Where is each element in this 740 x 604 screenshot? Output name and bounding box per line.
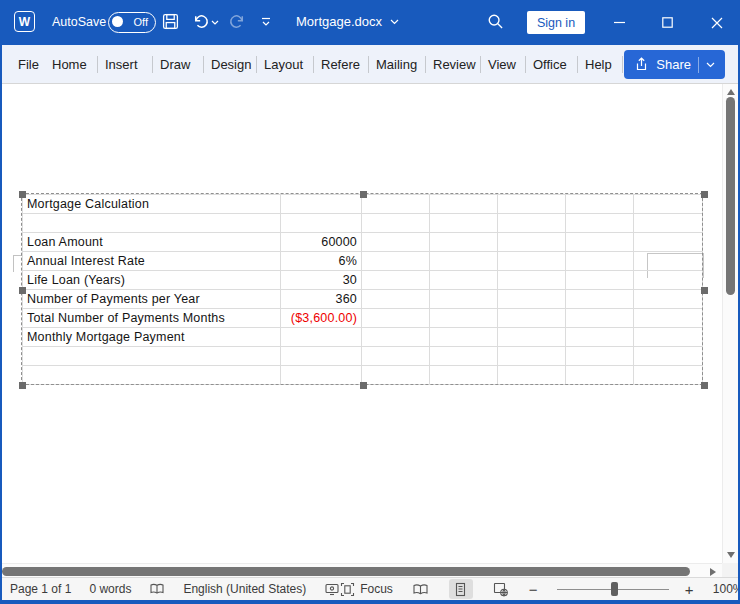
table-cell[interactable]: 360 (281, 290, 362, 309)
ribbon-tab-review[interactable]: Review (429, 57, 477, 72)
ribbon-tab-mailing[interactable]: Mailing (372, 57, 422, 72)
undo-icon[interactable] (192, 13, 209, 30)
ribbon-tab-design[interactable]: Design (207, 57, 253, 72)
table-cell[interactable] (362, 252, 430, 271)
table-cell[interactable]: Number of Payments per Year (23, 290, 281, 309)
ribbon-tab-refere[interactable]: Refere (317, 57, 365, 72)
table-cell[interactable] (498, 290, 566, 309)
table-cell[interactable] (498, 366, 566, 385)
table-cell[interactable] (430, 309, 498, 328)
table-cell[interactable] (634, 328, 703, 347)
scroll-down-icon[interactable] (727, 552, 735, 558)
zoom-in-button[interactable]: + (685, 581, 697, 598)
table-cell[interactable] (362, 195, 430, 214)
table-cell[interactable] (498, 195, 566, 214)
table-cell[interactable] (430, 328, 498, 347)
table-cell[interactable] (281, 347, 362, 366)
zoom-slider[interactable] (557, 582, 669, 596)
table-cell[interactable] (498, 309, 566, 328)
table-cell[interactable] (430, 347, 498, 366)
minimize-button[interactable] (602, 0, 636, 45)
vertical-scrollbar[interactable] (722, 84, 738, 563)
table-cell[interactable] (634, 366, 703, 385)
table-cell[interactable]: 6% (281, 252, 362, 271)
table-cell[interactable] (23, 347, 281, 366)
redo-icon[interactable] (229, 13, 246, 30)
table-cell[interactable] (498, 233, 566, 252)
scroll-up-icon[interactable] (727, 89, 735, 95)
table-cell[interactable]: Loan Amount (23, 233, 281, 252)
table-cell[interactable]: Annual Interest Rate (23, 252, 281, 271)
ribbon-tab-file[interactable]: File (14, 57, 48, 72)
table-cell[interactable]: Mortgage Calculation (23, 195, 281, 214)
table-cell[interactable] (362, 347, 430, 366)
table-cell[interactable] (281, 195, 362, 214)
table-cell[interactable] (566, 233, 634, 252)
ribbon-tab-help[interactable]: Help (581, 57, 619, 72)
search-icon[interactable] (487, 13, 504, 30)
ribbon-tab-view[interactable]: View (484, 57, 522, 72)
quick-access-chevron-icon[interactable] (260, 16, 272, 28)
table-cell[interactable] (634, 290, 703, 309)
table-cell[interactable] (634, 271, 703, 290)
ribbon-tab-home[interactable]: Home (48, 57, 94, 72)
table-cell[interactable] (566, 290, 634, 309)
table-cell[interactable] (498, 214, 566, 233)
table-cell[interactable] (566, 366, 634, 385)
vertical-scroll-thumb[interactable] (726, 97, 735, 295)
table-cell[interactable]: Total Number of Payments Months (23, 309, 281, 328)
sign-in-button[interactable]: Sign in (527, 11, 585, 34)
table-cell[interactable] (498, 328, 566, 347)
maximize-button[interactable] (650, 0, 684, 45)
table-cell[interactable] (566, 271, 634, 290)
horizontal-scrollbar[interactable] (0, 563, 722, 577)
document-title[interactable]: Mortgage.docx (296, 14, 399, 29)
read-mode-button[interactable] (409, 579, 433, 599)
ribbon-tab-layout[interactable]: Layout (260, 57, 310, 72)
table-cell[interactable] (566, 214, 634, 233)
table-cell[interactable] (566, 309, 634, 328)
table-cell[interactable]: Life Loan (Years) (23, 271, 281, 290)
table-cell[interactable] (498, 252, 566, 271)
table-cell[interactable] (430, 214, 498, 233)
table-cell[interactable] (362, 309, 430, 328)
table-cell[interactable] (566, 252, 634, 271)
table-cell[interactable] (281, 328, 362, 347)
table-cell[interactable] (430, 290, 498, 309)
table-cell[interactable] (430, 195, 498, 214)
table-cell[interactable] (362, 290, 430, 309)
web-layout-button[interactable] (489, 579, 513, 599)
table-cell[interactable] (634, 195, 703, 214)
word-count[interactable]: 0 words (89, 582, 131, 596)
zoom-percent[interactable]: 100% (713, 582, 740, 596)
table-cell[interactable]: 60000 (281, 233, 362, 252)
table-cell[interactable] (430, 233, 498, 252)
table-cell[interactable] (23, 366, 281, 385)
print-layout-button[interactable] (449, 579, 473, 599)
table-cell[interactable]: Monthly Mortgage Payment (23, 328, 281, 347)
undo-chevron-icon[interactable] (211, 20, 219, 25)
zoom-out-button[interactable]: − (529, 581, 541, 598)
table-cell[interactable]: 30 (281, 271, 362, 290)
table-cell[interactable] (362, 366, 430, 385)
table-cell[interactable] (23, 214, 281, 233)
table-cell[interactable] (362, 328, 430, 347)
save-icon[interactable] (162, 13, 179, 30)
display-settings-icon[interactable] (324, 582, 340, 596)
autosave-toggle[interactable]: Off (108, 12, 156, 33)
table-cell[interactable] (430, 366, 498, 385)
horizontal-scroll-thumb[interactable] (2, 567, 690, 576)
table-cell[interactable] (430, 252, 498, 271)
table-cell[interactable] (498, 271, 566, 290)
page-indicator[interactable]: Page 1 of 1 (10, 582, 71, 596)
table-cell[interactable] (634, 233, 703, 252)
table-cell[interactable] (430, 271, 498, 290)
ribbon-tab-insert[interactable]: Insert (101, 57, 149, 72)
table-cell[interactable] (498, 347, 566, 366)
zoom-slider-thumb[interactable] (611, 582, 618, 596)
table-cell[interactable] (566, 195, 634, 214)
table-cell[interactable] (281, 366, 362, 385)
table-cell[interactable] (566, 347, 634, 366)
table-cell[interactable] (281, 214, 362, 233)
scroll-right-icon[interactable] (710, 568, 716, 576)
